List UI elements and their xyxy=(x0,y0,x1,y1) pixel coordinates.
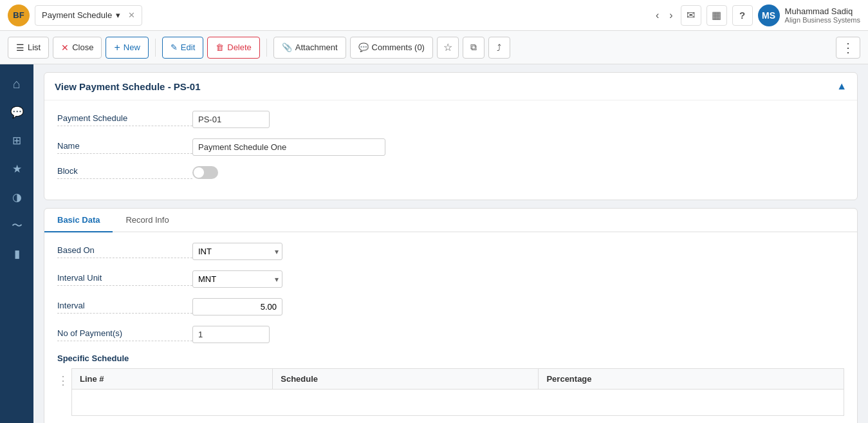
star-icon: ☆ xyxy=(443,41,452,53)
plus-icon: + xyxy=(114,42,120,53)
block-toggle[interactable] xyxy=(192,166,218,179)
sidebar-item-activity[interactable]: 〜 xyxy=(5,214,28,237)
empty-row xyxy=(72,390,844,416)
attachment-button[interactable]: 📎 Attachment xyxy=(273,37,346,59)
tabs-bar: Basic Data Record Info xyxy=(44,209,857,232)
attachment-icon: 📎 xyxy=(282,42,292,52)
interval-unit-select[interactable]: MNT DAY YR xyxy=(192,270,282,288)
next-btn[interactable]: › xyxy=(667,7,675,24)
view-card-header: View Payment Schedule - PS-01 ▲ xyxy=(44,73,857,100)
payment-schedule-tab[interactable]: Payment Schedule ▾ ✕ xyxy=(35,5,142,26)
top-nav: BF Payment Schedule ▾ ✕ ‹ › ✉ ▦ ? MS Muh… xyxy=(0,0,868,31)
tab-basic-data[interactable]: Basic Data xyxy=(44,209,113,232)
main-layout: ⌂ 💬 ⊞ ★ ◑ 〜 ▮ View Payment Schedule - PS… xyxy=(0,64,868,423)
user-name: Muhammad Sadiq xyxy=(785,6,860,16)
copy-button[interactable]: ⧉ xyxy=(463,37,485,59)
basic-data-content: Based On INT PRD ▾ Interval Unit xyxy=(44,232,857,423)
no-of-payments-input[interactable] xyxy=(192,326,270,343)
mail-icon-btn[interactable]: ✉ xyxy=(681,5,701,26)
comments-icon: 💬 xyxy=(358,42,369,52)
based-on-select[interactable]: INT PRD xyxy=(192,243,282,260)
comments-button[interactable]: 💬 Comments (0) xyxy=(350,37,433,59)
share-button[interactable]: ⤴ xyxy=(488,37,510,59)
name-row: Name xyxy=(57,138,844,156)
specific-schedule-section: Specific Schedule ⋮ Line # Schedule Perc… xyxy=(57,353,844,416)
tabs-wrap: Basic Data Record Info Based On INT PRD xyxy=(44,209,857,423)
close-button[interactable]: ✕ Close xyxy=(53,37,102,59)
star-button[interactable]: ☆ xyxy=(437,37,459,59)
block-row: Block xyxy=(57,166,844,179)
new-button[interactable]: + New xyxy=(106,37,148,59)
user-company: Align Business Systems xyxy=(785,16,860,24)
close-icon: ✕ xyxy=(61,42,69,53)
col-percentage: Percentage xyxy=(539,369,844,390)
delete-icon: 🗑 xyxy=(216,42,224,52)
logo: BF xyxy=(8,5,30,26)
help-icon-btn[interactable]: ? xyxy=(732,5,753,26)
interval-row: Interval xyxy=(57,298,844,315)
sidebar: ⌂ 💬 ⊞ ★ ◑ 〜 ▮ xyxy=(0,64,33,423)
chart-icon-btn[interactable]: ▦ xyxy=(706,5,727,26)
col-schedule: Schedule xyxy=(273,369,539,390)
sidebar-item-apps[interactable]: ⊞ xyxy=(5,129,28,152)
interval-unit-select-wrap: MNT DAY YR ▾ xyxy=(192,270,282,288)
list-icon: ☰ xyxy=(16,42,24,53)
user-info: Muhammad Sadiq Align Business Systems xyxy=(785,6,860,24)
based-on-select-wrap: INT PRD ▾ xyxy=(192,243,282,260)
payment-schedule-input[interactable] xyxy=(192,111,270,128)
tabs-card: Basic Data Record Info Based On INT PRD xyxy=(44,208,858,423)
tab-record-info[interactable]: Record Info xyxy=(113,209,181,232)
block-label: Block xyxy=(57,166,192,179)
interval-label: Interval xyxy=(57,301,192,314)
view-card: View Payment Schedule - PS-01 ▲ Payment … xyxy=(44,72,858,200)
based-on-label: Based On xyxy=(57,245,192,258)
schedule-table: Line # Schedule Percentage xyxy=(71,368,844,416)
edit-icon: ✎ xyxy=(171,42,178,52)
interval-unit-row: Interval Unit MNT DAY YR ▾ xyxy=(57,270,844,288)
chart-icon: ▦ xyxy=(712,9,721,21)
content-area: View Payment Schedule - PS-01 ▲ Payment … xyxy=(33,64,868,423)
name-label: Name xyxy=(57,141,192,154)
share-icon: ⤴ xyxy=(497,42,501,53)
tab-label: Payment Schedule xyxy=(42,10,112,20)
view-card-title: View Payment Schedule - PS-01 xyxy=(55,81,200,92)
divider-2 xyxy=(266,39,267,57)
block-toggle-wrap xyxy=(192,166,218,179)
specific-schedule-title: Specific Schedule xyxy=(57,353,844,363)
sidebar-item-charts[interactable]: ◑ xyxy=(5,185,28,209)
drag-handle: ⋮ xyxy=(57,368,69,388)
interval-input[interactable] xyxy=(192,298,282,315)
divider-1 xyxy=(155,39,156,57)
no-of-payments-row: No of Payment(s) xyxy=(57,326,844,343)
name-input[interactable] xyxy=(192,138,385,156)
toolbar: ☰ List ✕ Close + New ✎ Edit 🗑 Delete 📎 A… xyxy=(0,31,868,64)
sidebar-item-favorites[interactable]: ★ xyxy=(5,157,28,180)
tab-close[interactable]: ✕ xyxy=(128,10,135,20)
sidebar-item-reports[interactable]: ▮ xyxy=(5,242,28,265)
view-card-body: Payment Schedule Name Block xyxy=(44,100,857,200)
more-button[interactable]: ⋮ xyxy=(836,37,860,59)
payment-schedule-label: Payment Schedule xyxy=(57,113,192,126)
prev-btn[interactable]: ‹ xyxy=(653,7,661,24)
sidebar-item-chat[interactable]: 💬 xyxy=(5,100,28,124)
help-icon: ? xyxy=(739,10,745,21)
delete-button[interactable]: 🗑 Delete xyxy=(207,37,260,59)
based-on-row: Based On INT PRD ▾ xyxy=(57,243,844,260)
no-of-payments-label: No of Payment(s) xyxy=(57,328,192,341)
edit-button[interactable]: ✎ Edit xyxy=(162,37,203,59)
copy-icon: ⧉ xyxy=(470,42,477,53)
mail-icon: ✉ xyxy=(687,9,695,21)
interval-unit-label: Interval Unit xyxy=(57,273,192,286)
collapse-button[interactable]: ▲ xyxy=(836,80,847,92)
tab-arrow: ▾ xyxy=(116,10,120,20)
sidebar-item-home[interactable]: ⌂ xyxy=(5,72,28,95)
payment-schedule-row: Payment Schedule xyxy=(57,111,844,128)
col-line-num: Line # xyxy=(72,369,273,390)
list-button[interactable]: ☰ List xyxy=(8,37,49,59)
avatar: MS xyxy=(758,5,780,26)
